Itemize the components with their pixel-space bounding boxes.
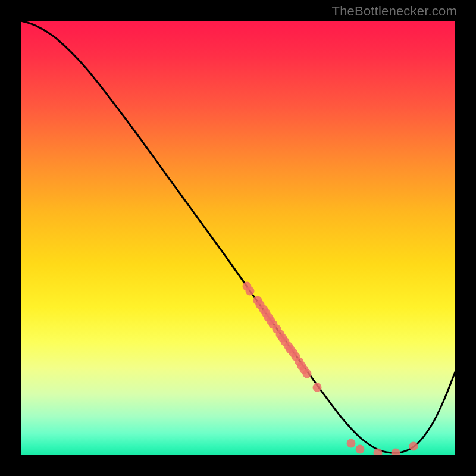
curve-layer <box>21 21 455 455</box>
bottleneck-curve <box>21 21 455 453</box>
data-point <box>409 442 418 451</box>
data-point <box>374 449 383 456</box>
data-point <box>347 439 356 448</box>
data-point <box>392 449 400 456</box>
curve-path <box>21 21 455 453</box>
data-point <box>313 383 322 392</box>
data-point <box>356 445 365 454</box>
chart-frame: TheBottlenecker.com <box>0 0 476 476</box>
plot-area <box>21 21 455 455</box>
data-point <box>246 287 255 296</box>
attribution-label: TheBottlenecker.com <box>332 4 457 19</box>
data-point <box>303 369 312 378</box>
scatter-points <box>243 282 418 456</box>
